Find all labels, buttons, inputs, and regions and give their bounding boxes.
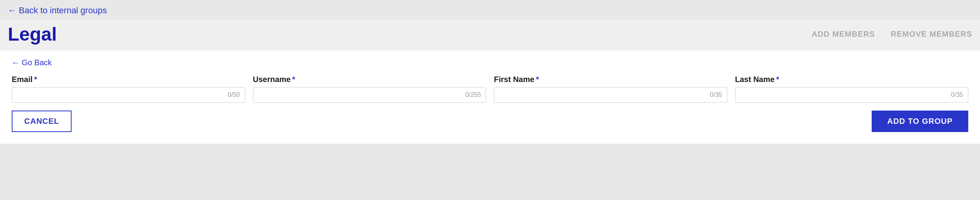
firstname-input[interactable] xyxy=(494,87,727,103)
username-input[interactable] xyxy=(253,87,486,103)
username-label: Username* xyxy=(253,75,486,84)
username-required-star: * xyxy=(292,75,295,84)
email-field-group: Email* xyxy=(12,75,245,103)
add-to-group-button[interactable]: ADD TO GROUP xyxy=(872,111,968,132)
firstname-label: First Name* xyxy=(494,75,727,84)
email-label: Email* xyxy=(12,75,245,84)
back-to-internal-link[interactable]: ← Back to internal groups xyxy=(8,5,107,16)
top-bar: ← Back to internal groups xyxy=(0,0,980,20)
username-field-group: Username* xyxy=(253,75,486,103)
header-section: Legal ADD MEMBERS REMOVE MEMBERS xyxy=(0,20,980,50)
lastname-label: Last Name* xyxy=(735,75,969,84)
email-required-star: * xyxy=(34,75,37,84)
add-members-button[interactable]: ADD MEMBERS xyxy=(811,30,875,39)
lastname-input[interactable] xyxy=(735,87,969,103)
page-title: Legal xyxy=(8,23,57,45)
firstname-field-group: First Name* xyxy=(494,75,727,103)
firstname-required-star: * xyxy=(536,75,539,84)
remove-members-button[interactable]: REMOVE MEMBERS xyxy=(891,30,972,39)
button-row: CANCEL ADD TO GROUP xyxy=(12,111,968,132)
form-row: Email* Username* First Name* Last Name* xyxy=(12,75,968,103)
cancel-button[interactable]: CANCEL xyxy=(12,111,72,132)
header-actions: ADD MEMBERS REMOVE MEMBERS xyxy=(811,30,972,39)
go-back-link[interactable]: ← Go Back xyxy=(12,58,52,67)
main-panel: ← Go Back Email* Username* First Name* L… xyxy=(0,50,980,144)
lastname-required-star: * xyxy=(776,75,779,84)
email-input[interactable] xyxy=(12,87,245,103)
lastname-field-group: Last Name* xyxy=(735,75,969,103)
